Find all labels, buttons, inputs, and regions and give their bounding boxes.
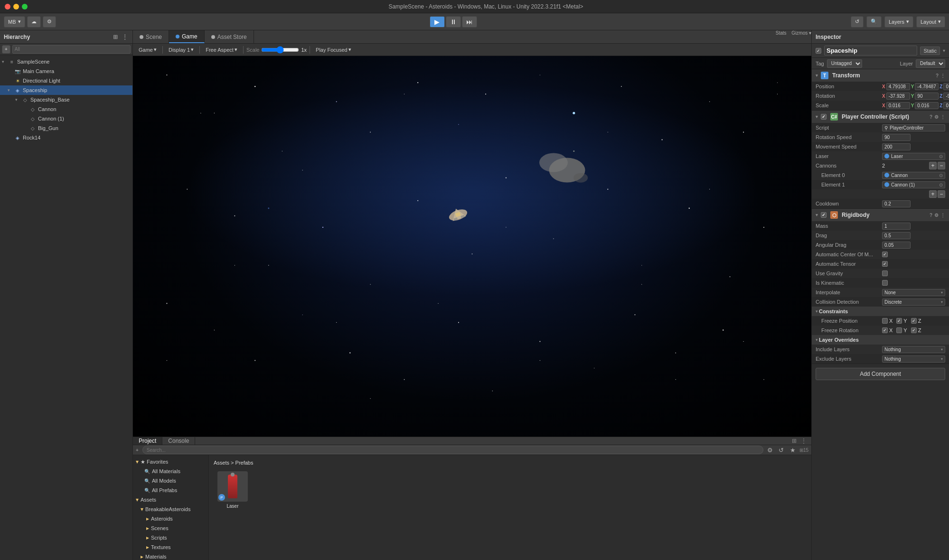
drag-input[interactable]: 0.5 <box>882 232 911 239</box>
tab-game[interactable]: Game <box>169 30 205 43</box>
proj-star-btn[interactable]: ★ <box>788 445 798 455</box>
hier-item-samplescene[interactable]: ▾ ≡ SampleScene <box>0 57 132 66</box>
include-layers-dropdown[interactable]: Nothing ▾ <box>882 346 945 353</box>
rb-enabled[interactable] <box>821 212 827 218</box>
play-focused-btn[interactable]: Play Focused ▾ <box>313 46 354 54</box>
proj-refresh-btn[interactable]: ↺ <box>777 445 786 455</box>
layout-button[interactable]: Layout ▾ <box>916 16 945 28</box>
element1-ref[interactable]: Cannon (1) ⊙ <box>882 181 945 188</box>
elem1-pick[interactable]: ⊙ <box>939 182 943 187</box>
bottom-menu-icon[interactable]: ⋮ <box>800 437 808 445</box>
project-search[interactable] <box>142 446 763 454</box>
hier-item-rock14[interactable]: ◈ Rock14 <box>0 133 132 142</box>
transform-header[interactable]: ▾ T Transform ? ⋮ <box>812 69 949 82</box>
freeze-rot-z-check[interactable] <box>911 327 917 333</box>
sc-z-val[interactable]: 0.016 <box>943 102 949 109</box>
search-button[interactable]: 🔍 <box>866 16 882 28</box>
pc-menu-icon[interactable]: ⋮ <box>940 114 945 120</box>
aspect-btn[interactable]: Free Aspect ▾ <box>203 46 240 54</box>
static-arrow[interactable]: ▾ <box>943 48 945 53</box>
undo-button[interactable]: ↺ <box>851 16 864 28</box>
proj-all-models[interactable]: 🔍 All Models <box>133 476 208 485</box>
proj-settings-btn[interactable]: ⚙ <box>765 445 775 455</box>
proj-favorites[interactable]: ▾ ★ Favorites <box>133 457 208 467</box>
cooldown-input[interactable]: 0.2 <box>882 200 911 207</box>
transform-help-icon[interactable]: ? <box>936 73 939 78</box>
scale-slider[interactable] <box>261 46 299 54</box>
proj-textures-folder[interactable]: ▸ Textures <box>133 542 208 552</box>
tag-select[interactable]: Untagged <box>827 59 862 68</box>
cloud-button[interactable]: ☁ <box>27 16 41 28</box>
minimize-button[interactable] <box>13 4 19 9</box>
proj-asteroids-folder[interactable]: ▸ Asteroids <box>133 514 208 523</box>
proj-scripts-folder[interactable]: ▸ Scripts <box>133 533 208 542</box>
proj-scenes-folder[interactable]: ▸ Scenes <box>133 523 208 533</box>
pc-enabled[interactable] <box>821 114 827 120</box>
object-active-checkbox[interactable] <box>816 48 821 54</box>
hier-item-directionallight[interactable]: ☀ Directional Light <box>0 76 132 85</box>
proj-materials-folder[interactable]: ▸ Materials <box>133 552 208 560</box>
close-button[interactable] <box>5 4 10 9</box>
hierarchy-lock-icon[interactable]: ⊞ <box>112 33 119 41</box>
hier-item-spaceship[interactable]: ▾ ◈ Spaceship <box>0 85 132 95</box>
hier-item-cannon[interactable]: ◇ Cannon <box>0 104 132 114</box>
rot-x-val[interactable]: -37.928 <box>886 93 910 100</box>
pos-y-val[interactable]: -4.78487 <box>915 83 939 90</box>
proj-all-prefabs[interactable]: 🔍 All Prefabs <box>133 485 208 495</box>
pc-header[interactable]: ▾ C# Player Controller (Script) ? ⚙ ⋮ <box>812 111 949 123</box>
cannons-add-btn[interactable]: + <box>929 162 937 169</box>
hierarchy-add-button[interactable]: + <box>2 45 10 54</box>
freeze-rot-y-check[interactable] <box>896 327 902 333</box>
stats-btn[interactable]: Stats <box>776 30 787 36</box>
hier-item-biggun[interactable]: ◇ Big_Gun <box>0 123 132 133</box>
use-gravity-check[interactable] <box>882 271 888 276</box>
asset-laser[interactable]: P Laser <box>214 469 252 511</box>
collision-dropdown[interactable]: Discrete ▾ <box>882 299 945 306</box>
tab-project[interactable]: Project <box>133 437 162 445</box>
interpolate-dropdown[interactable]: None ▾ <box>882 289 945 296</box>
project-add-btn[interactable]: + <box>136 448 139 453</box>
rotation-speed-input[interactable]: 90 <box>882 134 911 141</box>
mass-input[interactable]: 1 <box>882 223 911 230</box>
step-button[interactable]: ⏭ <box>462 16 477 28</box>
arr-remove[interactable]: − <box>938 190 945 198</box>
proj-assets[interactable]: ▾ Assets <box>133 495 208 504</box>
freeze-pos-z-check[interactable] <box>911 318 917 324</box>
layers-button[interactable]: Layers ▾ <box>884 16 913 28</box>
rb-header[interactable]: ▾ ⬡ Rigidbody ? ⚙ ⋮ <box>812 209 949 221</box>
pc-help-icon[interactable]: ? <box>930 114 932 120</box>
laser-ref[interactable]: Laser ⊙ <box>882 153 945 160</box>
hierarchy-menu-icon[interactable]: ⋮ <box>121 33 129 41</box>
rb-help-icon[interactable]: ? <box>930 213 932 218</box>
bottom-lock-icon[interactable]: ⊞ <box>790 437 798 445</box>
rb-settings-icon[interactable]: ⚙ <box>934 213 939 218</box>
mb-button[interactable]: MB ▾ <box>4 16 25 28</box>
angular-drag-input[interactable]: 0.05 <box>882 242 911 249</box>
pc-settings-icon[interactable]: ⚙ <box>934 114 939 120</box>
arr-add[interactable]: + <box>929 190 937 198</box>
sc-x-val[interactable]: 0.016 <box>886 102 910 109</box>
play-button[interactable]: ▶ <box>430 16 445 28</box>
tab-asset-store[interactable]: Asset Store <box>205 30 254 43</box>
sc-y-val[interactable]: 0.016 <box>915 102 939 109</box>
freeze-rot-x-check[interactable] <box>882 327 888 333</box>
layer-select[interactable]: Default <box>916 59 945 68</box>
exclude-layers-dropdown[interactable]: Nothing ▾ <box>882 355 945 363</box>
script-ref[interactable]: ⚲ PlayerController <box>882 124 945 131</box>
object-name-input[interactable] <box>824 46 917 56</box>
rot-z-val[interactable]: -90 <box>943 93 949 100</box>
maximize-button[interactable] <box>22 4 28 9</box>
element0-ref[interactable]: Cannon ⊙ <box>882 172 945 179</box>
rb-menu-icon[interactable]: ⋮ <box>940 213 945 218</box>
tab-console[interactable]: Console <box>162 437 195 445</box>
elem0-pick[interactable]: ⊙ <box>939 173 943 178</box>
freeze-pos-y-check[interactable] <box>896 318 902 324</box>
hierarchy-search[interactable] <box>12 45 131 54</box>
static-button[interactable]: Static <box>920 47 940 55</box>
tab-scene[interactable]: Scene <box>133 30 169 43</box>
display-btn[interactable]: Display 1 ▾ <box>166 46 197 54</box>
auto-center-check[interactable] <box>882 252 888 257</box>
proj-breakable[interactable]: ▾ BreakableAsteroids <box>133 504 208 514</box>
pos-x-val[interactable]: 4.79108 <box>886 83 910 90</box>
game-dropdown-btn[interactable]: Game ▾ <box>136 46 160 54</box>
